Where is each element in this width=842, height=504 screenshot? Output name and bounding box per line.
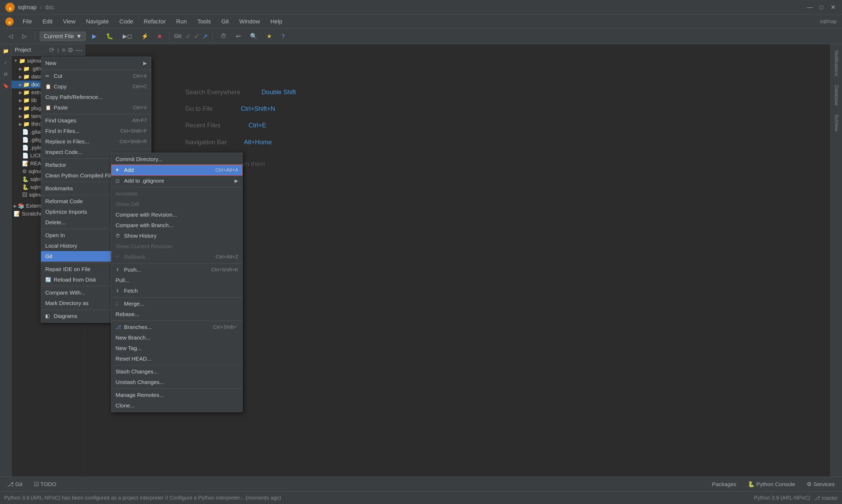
git-push[interactable]: ⬆ Push... Ctrl+Shift+K (111, 265, 243, 275)
run-button[interactable]: ▶ (89, 32, 100, 41)
menu-bar: 🔥 File Edit View Navigate Code Refactor … (0, 15, 842, 29)
current-file-selector[interactable]: Current File ▼ (40, 32, 86, 41)
menu-run[interactable]: Run (171, 16, 191, 27)
title-bar: 🔥 sqlmap › doc — □ ✕ (0, 0, 842, 15)
services-icon: ⚙ (807, 481, 812, 487)
menu-edit[interactable]: Edit (38, 16, 57, 27)
interpreter-label[interactable]: Python 3.9 (ARL-NPoC) (754, 495, 810, 501)
cm-paste[interactable]: 📋 Paste Ctrl+V (41, 102, 151, 113)
minimize-button[interactable]: — (806, 4, 813, 11)
push-icon: ⬆ (115, 267, 122, 273)
git-show-history[interactable]: ⏱ Show History (111, 231, 243, 241)
forward-button[interactable]: ▷ (19, 32, 30, 41)
git-sep-1 (111, 187, 243, 187)
git-show-current-rev: Show Current Revision (111, 241, 243, 252)
git-rebase[interactable]: Rebase... (111, 309, 243, 320)
debug-button[interactable]: 🐛 (103, 32, 117, 41)
window-controls[interactable]: — □ ✕ (806, 4, 837, 11)
git-rollback: ↩ Rollback... Ctrl+Alt+Z (111, 252, 243, 262)
close-panel-icon[interactable]: — (75, 46, 82, 54)
cm-copy-path[interactable]: Copy Path/Reference... (41, 92, 151, 102)
git-unstash[interactable]: Unstash Changes... (111, 377, 243, 388)
profile-button[interactable]: ⚡ (138, 32, 151, 41)
current-file-arrow: ▼ (76, 33, 82, 40)
coverage-button[interactable]: ▶◻ (120, 32, 135, 41)
git-branches[interactable]: ⎇ Branches... Ctrl+Shift+` (111, 322, 243, 332)
git-add-gitignore[interactable]: ◻ Add to .gitignore ▶ (111, 176, 243, 186)
menu-help[interactable]: Help (266, 16, 287, 27)
bookmarks-tool-button[interactable]: 🔖 (1, 81, 11, 91)
sync-icon[interactable]: ⟳ (49, 46, 54, 54)
git-pull[interactable]: Pull... (111, 275, 243, 286)
cm-copy[interactable]: 📋 Copy Ctrl+C (41, 81, 151, 92)
cm-cut[interactable]: ✂ Cut Ctrl+X (41, 71, 151, 81)
cm-find-files[interactable]: Find in Files... Ctrl+Shift+F (41, 126, 151, 136)
menu-git[interactable]: Git (217, 16, 233, 27)
git-stash[interactable]: Stash Changes... (111, 366, 243, 377)
help-button[interactable]: ? (278, 32, 288, 41)
search-everywhere-shortcut: Double Shift (262, 88, 296, 95)
cm-replace-files[interactable]: Replace in Files... Ctrl+Shift+R (41, 136, 151, 147)
stop-button[interactable]: ■ (155, 32, 164, 41)
git-clone[interactable]: Clone... (111, 400, 243, 411)
menu-file[interactable]: File (18, 16, 37, 27)
commit-tool-button[interactable]: ✓ (1, 58, 11, 67)
toolbar-sep-1 (35, 32, 35, 40)
todo-tab-icon: ☑ (34, 481, 39, 487)
navigation-bar-shortcut: Alt+Home (244, 139, 272, 146)
search-button[interactable]: 🔍 (247, 32, 260, 41)
history-icon: ⏱ (115, 233, 122, 239)
cm-find-usages[interactable]: Find Usages Alt+F7 (41, 115, 151, 126)
status-bar-right: Python 3.9 (ARL-NPoC) ⎇ master (754, 495, 838, 501)
toolbar: ◁ ▷ Current File ▼ ▶ 🐛 ▶◻ ⚡ ■ Git: ✓ ✓ ↗… (0, 29, 842, 44)
recent-files-shortcut: Ctrl+E (249, 122, 266, 129)
undo-button[interactable]: ↩ (233, 32, 244, 41)
git-compare-revision[interactable]: Compare with Revision... (111, 210, 243, 220)
git-fetch[interactable]: ⬇ Fetch (111, 286, 243, 296)
database-panel-button[interactable]: Database (831, 81, 841, 110)
menu-refactor[interactable]: Refactor (139, 16, 170, 27)
git-commit-dir[interactable]: Commit Directory... (111, 154, 243, 164)
current-file-label: Current File (44, 33, 74, 40)
tree-view-icon[interactable]: ≡ (62, 46, 66, 54)
services-tab[interactable]: ⚙ Services (804, 480, 838, 489)
git-tab-label: Git (15, 481, 22, 487)
menu-view[interactable]: View (58, 16, 80, 27)
menu-window[interactable]: Window (234, 16, 265, 27)
history-button[interactable]: ⏱ (217, 32, 230, 41)
packages-tab[interactable]: Packages (709, 480, 739, 489)
settings-icon[interactable]: ⚙ (68, 46, 73, 54)
git-manage-remotes[interactable]: Manage Remotes... (111, 390, 243, 400)
git-submenu: Commit Directory... + Add Ctrl+Alt+A ◻ A… (111, 152, 243, 412)
gitignore-arrow: ▶ (234, 178, 238, 184)
git-label: Git: (174, 33, 182, 39)
menu-code[interactable]: Code (115, 16, 138, 27)
close-button[interactable]: ✕ (829, 4, 837, 11)
maximize-button[interactable]: □ (818, 4, 825, 11)
git-tab[interactable]: ⎇ Git (4, 480, 25, 489)
sciview-panel-button[interactable]: SciView (831, 110, 841, 136)
cm-new[interactable]: New ▶ (41, 58, 151, 68)
git-add[interactable]: + Add Ctrl+Alt+A (111, 164, 243, 176)
python-console-icon: 🐍 (748, 481, 755, 487)
project-tool-button[interactable]: 📁 (1, 46, 11, 56)
todo-tab[interactable]: ☑ TODO (31, 480, 59, 489)
git-sep-4 (111, 321, 243, 321)
collapse-icon[interactable]: ↕ (57, 46, 60, 54)
back-button[interactable]: ◁ (5, 32, 16, 41)
notifications-panel-button[interactable]: Notifications (831, 46, 841, 80)
menu-navigate[interactable]: Navigate (81, 16, 114, 27)
pull-requests-button[interactable]: ⇄ (1, 70, 11, 79)
menu-tools[interactable]: Tools (193, 16, 216, 27)
menu-app-icon: 🔥 (5, 17, 14, 26)
git-annotate: Annotate (111, 188, 243, 199)
git-new-branch[interactable]: New Branch... (111, 332, 243, 343)
git-merge[interactable]: ⤵ Merge... (111, 299, 243, 309)
git-sep-2 (111, 263, 243, 264)
python-console-tab[interactable]: 🐍 Python Console (745, 480, 798, 489)
git-reset-head[interactable]: Reset HEAD... (111, 354, 243, 364)
paste-icon: 📋 (45, 105, 52, 110)
git-compare-branch[interactable]: Compare with Branch... (111, 220, 243, 231)
git-new-tag[interactable]: New Tag... (111, 343, 243, 354)
star-button[interactable]: ★ (264, 32, 275, 41)
